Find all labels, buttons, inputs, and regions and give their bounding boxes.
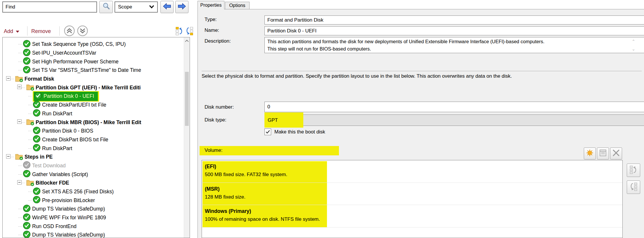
move-volume-down-button[interactable] (627, 180, 640, 194)
tree-connector (28, 192, 32, 192)
type-label: Type: (205, 17, 217, 22)
back-arrow-icon (162, 3, 172, 11)
folder-icon (26, 179, 34, 187)
navigate-back-button[interactable] (160, 1, 174, 13)
collapse-tree-button[interactable] (175, 26, 183, 37)
tree-item[interactable]: Dump TS Variables (SafeDump) (3, 205, 190, 213)
checkbox-check-icon (266, 130, 270, 134)
new-volume-button[interactable] (584, 147, 596, 159)
step-status-icon (33, 109, 41, 118)
task-sequence-tree[interactable]: Set Task Sequence Type (OSD, CS, IPU)Set… (2, 37, 190, 238)
disk-number-value: 0 (267, 104, 270, 110)
tree-item[interactable]: Pre-provision BitLocker (3, 196, 190, 205)
tree-item[interactable]: Set High Performance Power Scheme (3, 57, 190, 66)
selection-highlight: Partition Disk 0 - UEFI (33, 91, 99, 102)
tree-scrollbar[interactable] (184, 37, 190, 238)
volume-label: Volume: (205, 147, 222, 153)
expander-icon[interactable] (6, 154, 11, 160)
tree-item-label: Test Download (31, 162, 67, 169)
tree-item-label: Partition Disk 0 - BIOS (41, 128, 95, 134)
tree-item-label: Partition Disk GPT (UEFI) - Mike Terrill… (34, 84, 142, 91)
disk-number-label: Disk number: (205, 104, 234, 110)
tree-connector (28, 131, 32, 131)
tree-item[interactable]: Create DiskPartUEFI txt File (3, 101, 190, 110)
tab-options[interactable]: Options (225, 2, 250, 9)
expander-icon[interactable] (6, 76, 11, 82)
tab-properties[interactable]: Properties (198, 1, 224, 9)
move-step-up-button[interactable] (64, 25, 75, 38)
tree-item[interactable]: Set TS Var "SMSTS_StartTSTime" to Date T… (3, 66, 190, 75)
delete-volume-button[interactable] (610, 147, 622, 159)
tree-item[interactable]: Dump TS Variables (SafeDump) (3, 231, 190, 238)
tree-item[interactable]: Partition Disk 0 - UEFI (3, 92, 190, 101)
tree-item[interactable]: Run DiskPart (3, 110, 190, 118)
tree-item-label: Set High Performance Power Scheme (31, 58, 120, 65)
tree-item[interactable]: Gather Variables (Script) (3, 170, 190, 179)
tree-connector (22, 183, 25, 183)
volume-list[interactable]: (EFI)500 MB fixed size. FAT32 file syste… (202, 160, 623, 238)
tree-item[interactable]: Run DiskPart (3, 144, 190, 153)
scope-select[interactable]: Scope (115, 1, 158, 13)
volume-row[interactable]: (MSR)128 MB fixed size. (202, 183, 622, 205)
tree-item[interactable]: Partition Disk 0 - BIOS (3, 127, 190, 135)
expander-icon[interactable] (17, 180, 22, 186)
step-status-icon (23, 48, 31, 58)
volume-row[interactable]: (EFI)500 MB fixed size. FAT32 file syste… (202, 160, 622, 183)
tree-item-label: Set XTS AES 256 (Fixed Disks) (41, 188, 115, 195)
navigate-forward-button[interactable] (175, 1, 188, 13)
scrollbar-thumb[interactable] (185, 72, 189, 126)
step-status-icon (23, 170, 31, 179)
move-step-down-button[interactable] (77, 25, 88, 38)
remove-button[interactable]: Remove (31, 27, 51, 36)
volume-rows: (EFI)500 MB fixed size. FAT32 file syste… (202, 160, 622, 227)
add-button[interactable]: Add (4, 27, 19, 36)
volume-properties-button[interactable] (597, 147, 609, 159)
tree-item-label: Partition Disk 0 - UEFI (42, 93, 96, 100)
scrollbar-up-button[interactable] (184, 37, 190, 44)
tree-item[interactable]: Run OSD FrontEnd (3, 222, 190, 231)
tree-item[interactable]: Create DiskPart BIOS txt File (3, 135, 190, 144)
volume-name: (MSR) (205, 185, 622, 193)
description-field[interactable]: This action partitions and formats the d… (264, 37, 644, 53)
tree-item[interactable]: Set Task Sequence Type (OSD, CS, IPU) (3, 40, 190, 49)
search-button[interactable] (99, 1, 113, 13)
properties-icon (599, 149, 607, 158)
type-field: Format and Partition Disk (264, 15, 644, 25)
tree-item[interactable]: Set XTS AES 256 (Fixed Disks) (3, 187, 190, 196)
task-sequence-editor-window: Find Scope Add Remove (0, 0, 644, 238)
tree-item[interactable]: Bitlocker FDE (3, 179, 190, 187)
tree-item[interactable]: Partition Disk MBR (BIOS) - Mike Terrill… (3, 118, 190, 127)
description-scroll-down-icon[interactable]: ⌄ (631, 46, 636, 52)
disk-number-input[interactable]: 0 (264, 102, 644, 112)
tree-item[interactable]: Steps in PE (3, 153, 190, 161)
tree-item[interactable]: Partition Disk GPT (UEFI) - Mike Terrill… (3, 83, 190, 92)
tree-item[interactable]: Format Disk (3, 75, 190, 84)
move-volume-up-button[interactable] (627, 164, 640, 177)
step-status-icon (33, 126, 41, 136)
description-label: Description: (205, 38, 231, 44)
remove-button-label: Remove (31, 28, 51, 34)
tree-connector (22, 122, 25, 123)
tree-connector (18, 70, 22, 70)
disk-type-select[interactable]: GPT (264, 114, 644, 126)
tree-connector (28, 96, 32, 96)
tree-item-label: Create DiskPart BIOS txt File (41, 136, 110, 143)
name-value: Partition Disk 0 - UEFI (267, 28, 316, 34)
expander-icon[interactable] (17, 85, 22, 91)
tree-connector (22, 88, 25, 88)
reorder-down-icon (629, 182, 638, 193)
tree-item-label: Steps in PE (23, 154, 54, 160)
expand-tree-button[interactable] (185, 26, 193, 37)
boot-disk-checkbox[interactable] (264, 128, 271, 135)
tree-item[interactable]: Set-IPU_UserAccountTSVar (3, 49, 190, 58)
tree-item-label: Dump TS Variables (SafeDump) (31, 206, 106, 212)
description-scroll-up-icon[interactable]: ⌃ (631, 39, 636, 44)
find-input[interactable]: Find (2, 1, 97, 13)
properties-content: Type: Format and Partition Disk Name: Pa… (198, 9, 644, 238)
tree-item[interactable]: WinPE WPF Fix for WinPE 1809 (3, 213, 190, 222)
expander-icon[interactable] (17, 119, 22, 125)
name-field[interactable]: Partition Disk 0 - UEFI (264, 26, 644, 35)
tree-item[interactable]: Test Download (3, 161, 190, 170)
volume-row[interactable]: Windows (Primary)100% of remaining space… (202, 205, 622, 227)
tree-connector (18, 226, 22, 227)
